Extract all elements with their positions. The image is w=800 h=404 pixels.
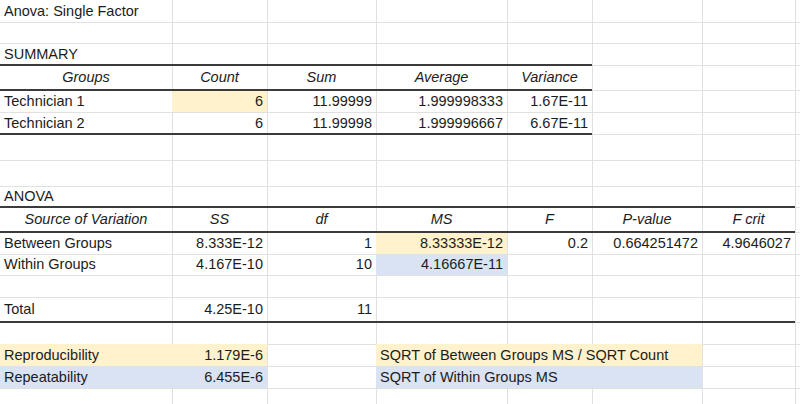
cell-reproducibility-value[interactable]: 1.179E-6: [172, 344, 267, 366]
cell-technician1-label[interactable]: Technician 1: [0, 90, 172, 112]
cell-technician2-sum[interactable]: 11.99998: [267, 112, 376, 134]
table-border: [0, 64, 592, 66]
cell-technician2-variance[interactable]: 6.67E-11: [507, 112, 592, 134]
cell-anova-header-ss[interactable]: SS: [172, 207, 267, 232]
cell-summary-header-groups[interactable]: Groups: [0, 65, 172, 90]
cell-summary-header-count[interactable]: Count: [172, 65, 267, 90]
cell-within-groups-ss[interactable]: 4.167E-10: [172, 254, 267, 276]
cell-anova-label[interactable]: ANOVA: [0, 186, 172, 207]
cell-total-ss[interactable]: 4.25E-10: [172, 297, 267, 323]
cell-anova-header-source[interactable]: Source of Variation: [0, 207, 172, 232]
cell-repeatability-label[interactable]: Repeatability: [0, 366, 172, 388]
gridline-horizontal: [0, 160, 800, 161]
cell-technician1-count[interactable]: 6: [172, 90, 267, 112]
cell-repeatability-value[interactable]: 6.455E-6: [172, 366, 267, 388]
cell-technician2-label[interactable]: Technician 2: [0, 112, 172, 134]
cell-title[interactable]: Anova: Single Factor: [0, 0, 172, 22]
table-border: [0, 89, 592, 91]
cell-within-groups-label[interactable]: Within Groups: [0, 254, 172, 276]
cell-between-groups-f[interactable]: 0.2: [507, 232, 592, 254]
cell-within-groups-df[interactable]: 10: [267, 254, 376, 276]
gridline-vertical: [795, 0, 796, 404]
cell-technician1-sum[interactable]: 11.99999: [267, 90, 376, 112]
cell-anova-header-fcrit[interactable]: F crit: [702, 207, 795, 232]
cell-total-df[interactable]: 11: [267, 297, 376, 323]
cell-anova-header-pvalue[interactable]: P-value: [592, 207, 702, 232]
cell-between-groups-label[interactable]: Between Groups: [0, 232, 172, 254]
cell-summary-header-variance[interactable]: Variance: [507, 65, 592, 90]
table-border: [0, 231, 795, 233]
cell-between-groups-df[interactable]: 1: [267, 232, 376, 254]
table-border: [0, 321, 795, 323]
cell-total-label[interactable]: Total: [0, 297, 172, 323]
cell-anova-header-f[interactable]: F: [507, 207, 592, 232]
cell-within-groups-ms[interactable]: 4.16667E-11: [376, 254, 507, 276]
cell-summary-header-average[interactable]: Average: [376, 65, 507, 90]
cell-between-groups-ms[interactable]: 8.33333E-12: [376, 232, 507, 254]
spreadsheet-grid: Anova: Single FactorSUMMARYGroupsCountSu…: [0, 0, 800, 404]
cell-anova-header-df[interactable]: df: [267, 207, 376, 232]
cell-summary-header-sum[interactable]: Sum: [267, 65, 376, 90]
cell-technician1-average[interactable]: 1.999998333: [376, 90, 507, 112]
cell-between-groups-ss[interactable]: 8.333E-12: [172, 232, 267, 254]
table-border: [0, 206, 795, 208]
cell-reproducibility-label[interactable]: Reproducibility: [0, 344, 172, 366]
table-border: [0, 133, 592, 135]
cell-reproducibility-note[interactable]: SQRT of Between Groups MS / SQRT Count: [376, 344, 702, 366]
cell-repeatability-note[interactable]: SQRT of Within Groups MS: [376, 366, 702, 388]
cell-between-groups-pvalue[interactable]: 0.664251472: [592, 232, 702, 254]
cell-summary-label[interactable]: SUMMARY: [0, 43, 172, 65]
gridline-vertical: [702, 0, 703, 404]
cell-between-groups-fcrit[interactable]: 4.9646027: [702, 232, 795, 254]
cell-technician2-count[interactable]: 6: [172, 112, 267, 134]
cell-technician2-average[interactable]: 1.999996667: [376, 112, 507, 134]
cell-technician1-variance[interactable]: 1.67E-11: [507, 90, 592, 112]
cell-anova-header-ms[interactable]: MS: [376, 207, 507, 232]
gridline-horizontal: [0, 22, 800, 23]
gridline-horizontal: [0, 275, 800, 276]
gridline-vertical: [267, 0, 268, 404]
gridline-horizontal: [0, 388, 800, 389]
